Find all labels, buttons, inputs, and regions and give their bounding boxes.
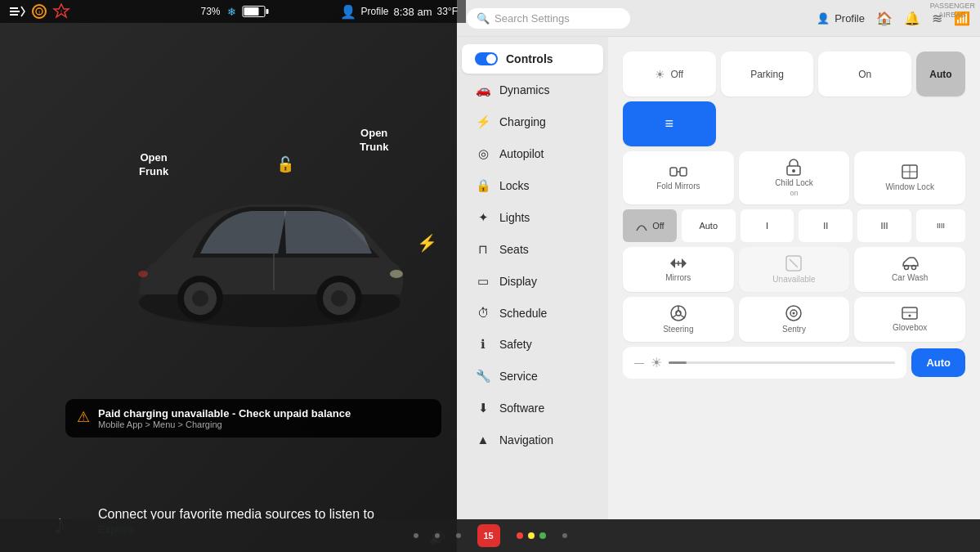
header-profile[interactable]: 👤 Profile xyxy=(817,12,865,25)
taskbar-dot-1 xyxy=(414,533,418,538)
navigation-icon: ▲ xyxy=(475,433,491,447)
sidebar-item-schedule[interactable]: ⏱ Schedule xyxy=(462,298,603,328)
auto-button[interactable]: Auto xyxy=(911,348,965,377)
steering-btn[interactable]: Steering xyxy=(623,297,734,342)
mirrors-btn[interactable]: Mirrors xyxy=(623,247,734,292)
sidebar-item-lights[interactable]: ✦ Lights xyxy=(462,202,603,233)
seatbelt-warning-icon: ! xyxy=(52,2,70,20)
svg-point-10 xyxy=(192,290,208,307)
wiper-auto-label: Auto xyxy=(699,221,718,231)
taskbar: 15 xyxy=(0,519,980,552)
bell-icon[interactable]: 🔔 xyxy=(904,11,920,26)
search-bar[interactable]: 🔍 Search Settings xyxy=(467,8,630,29)
charging-label: Charging xyxy=(499,115,546,128)
brightness-slider-track[interactable] xyxy=(669,361,895,364)
sidebar-item-navigation[interactable]: ▲ Navigation xyxy=(462,424,603,455)
search-placeholder: Search Settings xyxy=(494,12,570,25)
profile-text: Profile xyxy=(835,12,865,25)
sidebar-item-autopilot[interactable]: ◎ Autopilot xyxy=(462,138,603,169)
sidebar-item-seats[interactable]: ⊓ Seats xyxy=(462,234,603,265)
wiper-2-btn[interactable]: II xyxy=(799,209,852,242)
schedule-icon: ⏱ xyxy=(475,306,491,320)
controls-row: Steering Sentry xyxy=(623,297,965,342)
svg-rect-41 xyxy=(902,307,917,319)
car-image xyxy=(123,180,417,360)
wiper-off-btn[interactable]: Off xyxy=(623,209,677,242)
calendar-icon[interactable]: 15 xyxy=(477,524,500,547)
svg-point-21 xyxy=(792,169,795,173)
svg-line-28 xyxy=(790,259,798,267)
app-dot-red xyxy=(517,532,523,539)
home-icon[interactable]: 🏠 xyxy=(876,11,893,26)
svg-point-13 xyxy=(331,290,347,307)
status-right: 👤 Profile 8:38 am 33°F xyxy=(340,4,458,20)
wiper-1-btn[interactable]: I xyxy=(741,209,794,242)
headlight-auto-label: Auto xyxy=(929,69,951,80)
sidebar-item-controls[interactable]: Controls xyxy=(462,44,603,74)
autopilot-label: Autopilot xyxy=(499,147,544,160)
window-lock-btn[interactable]: Window Lock xyxy=(854,151,965,204)
battery-icon xyxy=(243,6,266,17)
fold-mirrors-btn[interactable]: Fold Mirrors xyxy=(623,151,734,204)
car-wash-btn[interactable]: Car Wash xyxy=(854,247,965,292)
sun-dim-icon: ☀ xyxy=(655,68,665,81)
sidebar-item-dynamics[interactable]: 🚗 Dynamics xyxy=(462,74,603,105)
headlight-off-btn[interactable]: ☀ Off xyxy=(623,52,716,96)
headlight-parking-btn[interactable]: Parking xyxy=(721,52,814,96)
glovebox-btn[interactable]: Glovebox xyxy=(854,297,965,342)
profile-label[interactable]: Profile xyxy=(361,6,389,17)
headlight-on-btn[interactable]: On xyxy=(818,52,911,96)
wiper-off-label: Off xyxy=(652,221,664,231)
taskbar-dot-2 xyxy=(435,533,440,538)
safety-icon: ℹ xyxy=(475,337,491,352)
app-dot-yellow xyxy=(528,532,535,539)
alert-subtitle: Mobile App > Menu > Charging xyxy=(98,420,351,429)
trunk-label[interactable]: Open Trunk xyxy=(360,127,388,155)
mirrors-adjust-icon xyxy=(669,256,688,271)
highbeam-btn[interactable]: ≡ xyxy=(623,101,716,146)
lights-nav-icon: ✦ xyxy=(475,210,491,225)
wiper-4-btn[interactable]: IIII xyxy=(916,209,965,242)
unavailable-btn[interactable]: Unavailable xyxy=(739,247,850,292)
frunk-label[interactable]: Open Frunk xyxy=(139,151,168,179)
child-lock-btn[interactable]: Child Lockon xyxy=(739,151,850,204)
trunk-bold-text: Trunk xyxy=(360,141,388,153)
svg-text:!: ! xyxy=(38,9,40,16)
wiper-auto-btn[interactable]: Auto xyxy=(682,209,736,242)
sidebar-item-service[interactable]: 🔧 Service xyxy=(462,361,603,392)
wiper-1-label: I xyxy=(766,221,768,231)
settings-content: Controls 🚗 Dynamics ⚡ Charging ◎ Autopil… xyxy=(457,37,980,552)
headlight-parking-label: Parking xyxy=(750,69,784,80)
svg-point-30 xyxy=(912,266,916,270)
battery-percent: 73% xyxy=(200,6,220,17)
sentry-btn[interactable]: Sentry xyxy=(739,297,850,342)
svg-point-16 xyxy=(138,271,148,277)
svg-point-40 xyxy=(793,312,795,315)
mirrors-label: Mirrors xyxy=(665,273,691,283)
left-panel: ! ! 73% ❄ 👤 Profile 8:38 am 33°F Open Fr… xyxy=(0,0,466,552)
charging-lightning-icon: ⚡ xyxy=(417,233,437,253)
sidebar-item-charging[interactable]: ⚡ Charging xyxy=(462,106,603,137)
navigation-label: Navigation xyxy=(499,433,553,447)
settings-header: 🔍 Search Settings 👤 Profile 🏠 🔔 ≋ 📶 xyxy=(457,0,980,37)
alert-content: Paid charging unavailable - Check unpaid… xyxy=(98,407,351,429)
bottom-row: — ☀ Auto xyxy=(623,347,965,379)
seats-icon: ⊓ xyxy=(475,242,491,257)
software-icon: ⬇ xyxy=(475,401,491,415)
brightness-slider-fill xyxy=(669,361,687,364)
sidebar-item-display[interactable]: ▭ Display xyxy=(462,266,603,297)
headlight-auto-btn[interactable]: Auto xyxy=(916,52,965,96)
wiper-3-label: III xyxy=(881,221,888,231)
taskbar-apps xyxy=(517,532,546,539)
locks-icon: 🔒 xyxy=(475,178,491,193)
frunk-bold-text: Frunk xyxy=(139,165,168,177)
sidebar-item-locks[interactable]: 🔒 Locks xyxy=(462,170,603,201)
snowflake-icon: ❄ xyxy=(227,6,236,18)
features-row: Fold Mirrors Child Lockon xyxy=(623,151,965,204)
sidebar-item-safety[interactable]: ℹ Safety xyxy=(462,329,603,360)
sidebar-item-software[interactable]: ⬇ Software xyxy=(462,393,603,424)
wiper-3-btn[interactable]: III xyxy=(857,209,911,242)
service-icon: 🔧 xyxy=(475,369,491,384)
brightness-control: — ☀ xyxy=(623,347,906,379)
profile-icon: 👤 xyxy=(340,4,356,20)
